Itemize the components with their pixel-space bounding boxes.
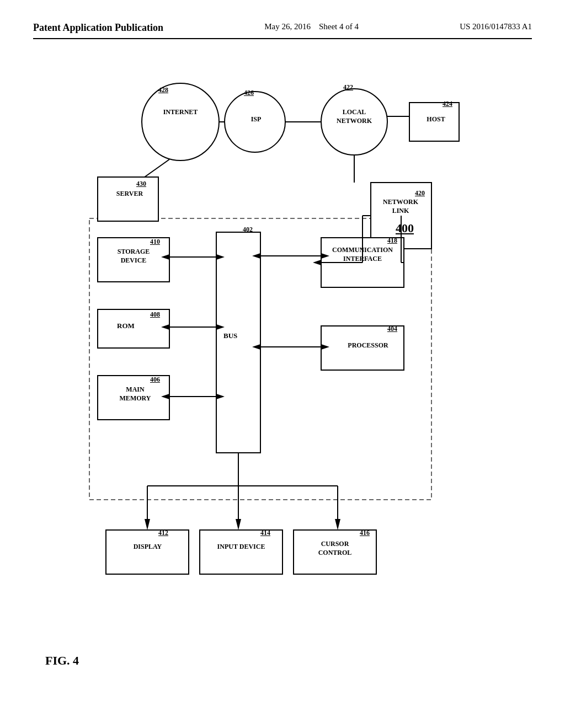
diagram-area: INTERNET 428 ISP 426 LOCALNETWORK 422 HO…: [45, 56, 520, 679]
diagram-svg: [45, 56, 520, 679]
local-network-ref: 422: [343, 83, 353, 92]
system-ref: 400: [396, 221, 414, 235]
server-ref: 430: [136, 180, 146, 188]
rom-ref: 408: [150, 311, 160, 319]
network-link-label: NETWORKLINK: [373, 198, 428, 215]
svg-marker-51: [335, 519, 340, 530]
storage-device-label: STORAGEDEVICE: [100, 248, 167, 265]
internet-ref: 428: [158, 86, 168, 94]
isp-ref: 426: [244, 89, 254, 97]
network-link-ref: 420: [415, 189, 425, 197]
host-ref: 424: [443, 100, 452, 108]
internet-label: INTERNET: [153, 108, 208, 117]
svg-rect-12: [216, 232, 260, 453]
svg-marker-45: [145, 519, 150, 530]
cursor-control-ref: 416: [360, 529, 370, 537]
main-memory-label: MAINMEMORY: [102, 386, 168, 403]
svg-marker-41: [313, 260, 321, 265]
bus-label: BUS: [223, 331, 237, 340]
publication-number: US 2016/0147833 A1: [460, 22, 532, 31]
storage-device-ref: 410: [150, 238, 160, 246]
svg-marker-31: [252, 344, 260, 350]
svg-marker-32: [321, 344, 329, 350]
isp-label: ISP: [239, 115, 273, 124]
comm-interface-ref: 418: [387, 237, 397, 245]
svg-point-1: [142, 83, 219, 160]
header-center: May 26, 2016 Sheet 4 of 4: [264, 22, 359, 31]
input-device-ref: 414: [260, 529, 270, 537]
page-header: Patent Application Publication May 26, 2…: [33, 22, 532, 39]
cursor-control-label: CURSORCONTROL: [299, 540, 371, 557]
svg-marker-28: [252, 253, 260, 259]
svg-marker-20: [216, 254, 225, 260]
publication-date: May 26, 2016: [264, 22, 311, 31]
svg-marker-26: [216, 394, 225, 399]
input-device-label: INPUT DEVICE: [205, 543, 277, 551]
server-label: SERVER: [102, 190, 157, 198]
host-label: HOST: [414, 115, 458, 124]
bus-ref: 402: [243, 226, 253, 234]
figure-label: FIG. 4: [45, 654, 79, 668]
svg-rect-52: [106, 530, 189, 574]
comm-interface-label: COMMUNICATIONINTERFACE: [324, 246, 401, 263]
display-ref: 412: [158, 529, 168, 537]
processor-label: PROCESSOR: [332, 341, 404, 350]
publication-title: Patent Application Publication: [33, 22, 163, 34]
svg-marker-47: [236, 519, 241, 530]
svg-marker-22: [161, 324, 169, 330]
page: Patent Application Publication May 26, 2…: [0, 0, 565, 728]
svg-rect-5: [98, 177, 158, 221]
svg-marker-23: [216, 324, 225, 330]
svg-line-11: [145, 159, 169, 177]
main-memory-ref: 406: [150, 376, 160, 384]
local-network-label: LOCALNETWORK: [327, 108, 382, 125]
display-label: DISPLAY: [116, 543, 179, 551]
sheet-info: Sheet 4 of 4: [319, 22, 359, 31]
processor-ref: 404: [387, 325, 397, 333]
rom-label: ROM: [117, 322, 135, 330]
